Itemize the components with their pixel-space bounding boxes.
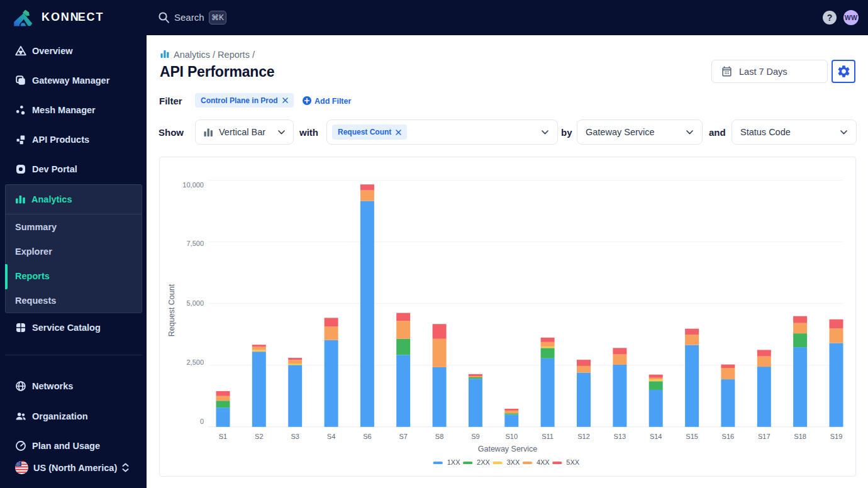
svg-text:S6: S6 (363, 433, 371, 440)
svg-text:Gateway Service: Gateway Service (478, 445, 538, 453)
svg-text:5XX: 5XX (566, 458, 579, 466)
svg-text:S14: S14 (650, 433, 662, 440)
svg-text:10,000: 10,000 (182, 181, 204, 189)
svg-text:S2: S2 (255, 433, 263, 440)
svg-text:S3: S3 (291, 433, 299, 440)
svg-text:0: 0 (200, 418, 204, 425)
svg-text:S4: S4 (327, 433, 335, 440)
svg-text:S19: S19 (830, 433, 843, 440)
svg-text:2,500: 2,500 (186, 358, 204, 366)
svg-text:Request Count: Request Count (167, 284, 176, 336)
svg-text:S12: S12 (577, 433, 590, 440)
svg-text:S17: S17 (758, 433, 771, 440)
svg-text:7,500: 7,500 (186, 240, 204, 247)
svg-text:S10: S10 (506, 433, 518, 440)
svg-text:S1: S1 (219, 433, 227, 440)
svg-text:S8: S8 (435, 433, 443, 440)
svg-text:S11: S11 (542, 433, 554, 440)
svg-text:5,000: 5,000 (186, 299, 204, 307)
svg-text:S7: S7 (399, 433, 407, 440)
svg-text:1XX: 1XX (447, 458, 460, 466)
svg-text:S15: S15 (686, 433, 698, 440)
svg-text:4XX: 4XX (537, 458, 550, 466)
svg-text:S13: S13 (614, 433, 626, 440)
svg-text:3XX: 3XX (507, 458, 520, 466)
svg-text:S16: S16 (722, 433, 735, 440)
svg-text:S9: S9 (471, 433, 479, 440)
svg-text:2XX: 2XX (477, 458, 490, 466)
svg-text:S18: S18 (794, 433, 806, 440)
